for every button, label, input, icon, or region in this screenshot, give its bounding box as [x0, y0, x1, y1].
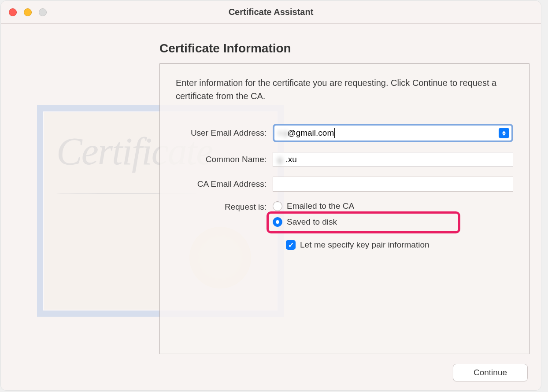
radio-saved-to-disk[interactable]: Saved to disk [273, 217, 513, 227]
email-label: User Email Address: [176, 128, 273, 138]
titlebar: Certificate Assistant [1, 1, 541, 24]
common-name-hidden-part: g [278, 155, 286, 164]
maximize-window-button [39, 8, 47, 16]
page-title: Certificate Information [159, 41, 528, 55]
main-form-area: Certificate Information Enter informatio… [159, 41, 528, 354]
ca-email-input[interactable] [273, 177, 513, 192]
radio-icon-selected [273, 217, 282, 227]
radio-saved-label: Saved to disk [287, 217, 337, 227]
window-title: Certificate Assistant [229, 7, 314, 17]
common-name-visible-part: .xu [286, 155, 297, 164]
key-pair-checkbox-row[interactable]: Let me specify key pair information [279, 237, 437, 253]
ca-email-label: CA Email Address: [176, 179, 273, 189]
request-radio-group: Emailed to the CA Saved to disk [273, 201, 513, 227]
combobox-stepper-icon[interactable] [499, 128, 509, 138]
form-panel: Enter information for the certificate yo… [159, 63, 529, 354]
common-name-label: Common Name: [176, 155, 273, 164]
key-pair-label: Let me specify key pair information [300, 240, 430, 250]
common-name-field[interactable]: g .xu [273, 152, 513, 167]
form-description: Enter information for the certificate yo… [176, 76, 513, 103]
email-hidden-part: x g [278, 129, 287, 137]
radio-icon [273, 201, 282, 211]
traffic-lights [9, 8, 47, 16]
content-area: Certificate Certificate Information Ente… [1, 24, 541, 390]
radio-emailed-to-ca[interactable]: Emailed to the CA [273, 201, 513, 211]
minimize-window-button[interactable] [24, 8, 32, 16]
email-visible-part: @gmail.com [287, 128, 335, 138]
email-input[interactable] [335, 128, 499, 138]
email-combobox[interactable]: x g @gmail.com [273, 124, 513, 142]
close-window-button[interactable] [9, 8, 17, 16]
checkmark-icon [286, 240, 296, 250]
request-label: Request is: [176, 201, 273, 212]
radio-emailed-label: Emailed to the CA [287, 201, 354, 211]
continue-button[interactable]: Continue [453, 364, 528, 381]
certificate-assistant-window: Certificate Assistant Certificate Certif… [1, 1, 541, 390]
